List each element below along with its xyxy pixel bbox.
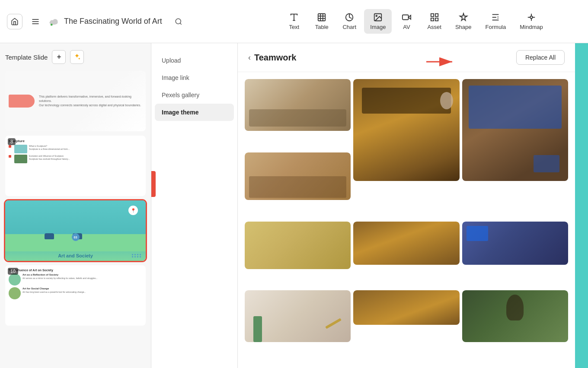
svg-text:Σ: Σ	[497, 16, 499, 19]
collapse-tab[interactable]	[151, 171, 156, 197]
slide-item-8[interactable]: 8 Sculpture What is Sculpture?Sculpture …	[5, 136, 146, 196]
slide-thumb-10: The Influence of Art on Society Art as a…	[5, 265, 146, 326]
panel-pexels[interactable]: Pexels gallery	[151, 86, 237, 104]
tool-asset[interactable]: Asset	[421, 9, 447, 34]
doc-title: The Fascinating World of Art	[64, 17, 162, 26]
toolbar-tools: Text Table Chart Image A	[249, 9, 581, 34]
sidebar-header: Template Slide +	[5, 50, 146, 64]
sidebar: Template Slide + This platform delivers …	[0, 43, 151, 368]
toolbar: The Fascinating World of Art Text Table	[0, 0, 588, 43]
tool-av[interactable]: AV	[393, 9, 419, 34]
photo-plant-man[interactable]	[462, 290, 568, 361]
slide-thumb-7: This platform delivers transformative, i…	[5, 71, 146, 131]
svg-point-18	[376, 15, 377, 16]
photo-office[interactable]	[245, 79, 351, 150]
home-button[interactable]	[7, 14, 22, 29]
svg-rect-19	[403, 15, 409, 20]
add-slide-button[interactable]: +	[52, 50, 66, 64]
back-arrow-icon: ‹	[248, 53, 251, 62]
slide-number-10: 10	[8, 268, 18, 275]
tool-formula-label: Formula	[486, 24, 506, 30]
svg-point-29	[530, 16, 533, 19]
content-header: ‹ Teamwork	[238, 43, 575, 72]
svg-rect-23	[435, 18, 438, 21]
panel-upload[interactable]: Upload	[151, 52, 237, 69]
svg-rect-11	[318, 14, 326, 21]
slide-item-9[interactable]: 9 📍 03 Art and Society	[5, 200, 146, 261]
menu-button[interactable]	[28, 14, 43, 29]
photo-work-desk[interactable]	[462, 222, 568, 288]
tool-shape[interactable]: Shape	[449, 9, 478, 34]
panel-image-link[interactable]: Image link	[151, 69, 237, 86]
photo-bottom-hands[interactable]	[353, 290, 459, 361]
template-slide-label: Template Slide	[5, 54, 48, 61]
back-navigation[interactable]: ‹ Teamwork	[248, 53, 296, 63]
photo-hands2[interactable]	[353, 222, 459, 288]
toolbar-left: The Fascinating World of Art	[7, 14, 249, 29]
photo-hands1[interactable]	[353, 79, 459, 219]
svg-point-5	[53, 19, 58, 24]
slide-thumb-9: 📍 03 Art and Society	[5, 200, 146, 261]
main-layout: Template Slide + This platform delivers …	[0, 43, 588, 368]
svg-rect-21	[431, 14, 433, 16]
tool-chart[interactable]: Chart	[336, 9, 362, 34]
tool-image-label: Image	[370, 24, 386, 30]
tool-asset-label: Asset	[427, 24, 441, 30]
slide9-title: Art and Society	[58, 253, 93, 258]
cloud-indicator	[48, 17, 59, 26]
replace-all-arrow	[422, 53, 457, 70]
slide-thumb-8: Sculpture What is Sculpture?Sculpture is…	[5, 136, 146, 196]
photo-table[interactable]	[245, 290, 351, 361]
slide-number-8: 8	[8, 138, 16, 145]
slide-item-7[interactable]: This platform delivers transformative, i…	[5, 71, 146, 131]
svg-rect-22	[435, 14, 438, 16]
tool-chart-label: Chart	[342, 24, 356, 30]
tool-av-label: AV	[403, 24, 410, 30]
left-panel: Upload Image link Pexels gallery Image t…	[151, 43, 238, 368]
content-wrapper: Upload Image link Pexels gallery Image t…	[151, 43, 588, 368]
tool-table[interactable]: Table	[309, 9, 335, 34]
teal-edge	[575, 43, 588, 368]
search-button[interactable]	[171, 14, 186, 29]
svg-rect-24	[431, 18, 433, 21]
image-grid	[238, 72, 575, 368]
panel-image-theme[interactable]: Image theme	[155, 104, 234, 121]
section-title: Teamwork	[254, 53, 296, 63]
photo-meeting[interactable]	[245, 152, 351, 219]
slide9-pin: 📍	[128, 206, 138, 215]
photo-talking[interactable]	[245, 222, 351, 288]
ai-button[interactable]	[70, 50, 84, 64]
photo-person-laptop[interactable]	[462, 79, 568, 219]
content-area: ‹ Teamwork	[238, 43, 575, 368]
svg-point-6	[51, 23, 53, 25]
tool-mindmap-label: Mindmap	[520, 24, 543, 30]
tool-shape-label: Shape	[455, 24, 472, 30]
replace-all-button[interactable]: Replace All	[516, 50, 565, 65]
tool-table-label: Table	[315, 24, 329, 30]
tool-text[interactable]: Text	[281, 9, 307, 34]
svg-line-8	[180, 23, 181, 24]
tool-formula[interactable]: Σ Formula	[479, 9, 512, 34]
tool-text-label: Text	[289, 24, 299, 30]
slide-item-10[interactable]: 10 The Influence of Art on Society Art a…	[5, 265, 146, 326]
svg-point-7	[176, 19, 181, 24]
tool-image[interactable]: Image	[364, 9, 392, 34]
tool-mindmap[interactable]: Mindmap	[514, 9, 549, 34]
